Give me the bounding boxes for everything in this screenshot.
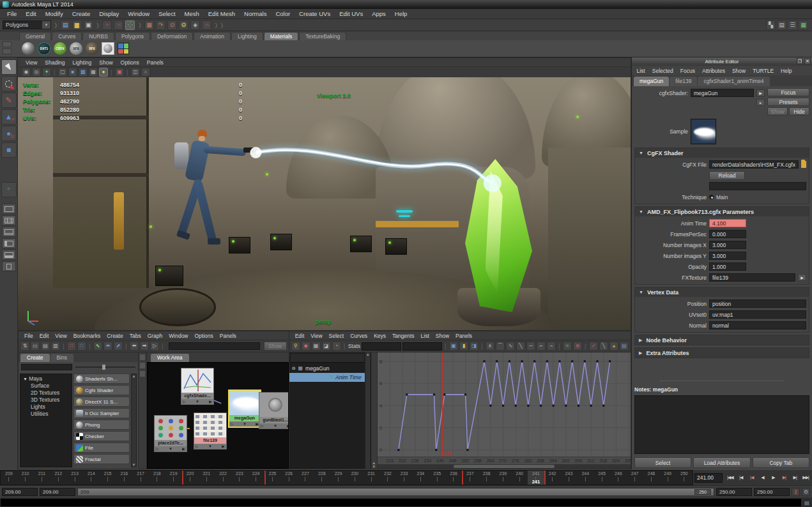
ae-menu-item[interactable]: Show <box>728 68 749 74</box>
lights-bulb-icon[interactable]: ● <box>99 68 108 77</box>
shelf-tab[interactable]: Deformation <box>151 32 193 40</box>
tree-item-maya[interactable]: ▼ Maya <box>23 375 72 382</box>
shelf-tab[interactable]: Curves <box>52 32 82 40</box>
shelf-tab[interactable]: Polygons <box>115 32 150 40</box>
snap-point-icon[interactable]: ⊙ <box>167 20 177 30</box>
lattice-deform-icon[interactable]: ▦ <box>312 342 321 351</box>
notes-resize-handle[interactable] <box>660 381 784 384</box>
viewport-menu-item[interactable]: Shading <box>41 59 68 66</box>
outliner-node-row[interactable]: ⊖ ▦ megaGun <box>289 364 371 373</box>
play-forwards-button[interactable]: ▶ <box>769 473 779 483</box>
folder-icon[interactable] <box>801 161 806 168</box>
select-object-icon[interactable]: ⁙ <box>114 20 123 30</box>
hypershade-tab[interactable]: Create <box>20 354 50 362</box>
stats-value-field[interactable] <box>402 342 442 351</box>
menu-item[interactable]: Edit <box>21 10 40 17</box>
menu-item[interactable]: Select <box>154 10 180 17</box>
graph-editor-menu-item[interactable]: Tangents <box>389 333 418 339</box>
hypershade-menu-item[interactable]: Graph <box>144 333 166 339</box>
script-editor-icon[interactable]: ▤ <box>802 498 812 507</box>
timeline-frame[interactable]: 228 <box>314 471 330 485</box>
new-scene-icon[interactable]: ▤ <box>61 20 70 30</box>
vertex-data-header[interactable]: ▼ Vertex Data <box>635 287 809 297</box>
viewport-menu-item[interactable]: View <box>22 59 41 66</box>
playback-end-field[interactable]: 250.00 <box>716 488 752 496</box>
graph-editor-menu-item[interactable]: Panels <box>452 333 475 339</box>
step-forward-key-button[interactable]: ▶| <box>779 473 789 483</box>
viewport-menu-item[interactable]: Options <box>117 59 143 66</box>
timeline-frame[interactable]: 235 <box>429 471 445 485</box>
tree-item-3d-textures[interactable]: 3D Textures <box>23 397 72 404</box>
center-view-icon[interactable]: ▮ <box>459 342 468 351</box>
graph-search-field[interactable] <box>291 354 364 363</box>
menu-item[interactable]: Edit Mesh <box>204 10 240 17</box>
lasso-tool-button[interactable]: ◣ <box>1 76 17 91</box>
shelf-tab[interactable]: General <box>19 32 51 40</box>
spline-tangent-icon[interactable]: ⌒ <box>496 342 505 351</box>
graph-editor-menu-item[interactable]: Show <box>433 333 452 339</box>
inout-connections-icon[interactable]: ⬌ <box>103 342 112 351</box>
graph-editor-menu-item[interactable]: Keys <box>371 333 389 339</box>
timeline-frame[interactable]: 236 <box>445 471 462 485</box>
menu-item[interactable]: Apps <box>367 10 390 17</box>
stacked-layout-icon[interactable]: ▥ <box>51 342 60 351</box>
presets-button[interactable]: Presets <box>767 98 809 106</box>
hypershade-menu-item[interactable]: Panels <box>217 333 240 339</box>
graph-editor-menu-item[interactable]: List <box>418 333 433 339</box>
menu-item[interactable]: Normals <box>240 10 271 17</box>
animation-preferences-icon[interactable]: ⚙ <box>802 488 810 496</box>
move-tool-button[interactable]: ▲↗ <box>1 109 17 125</box>
wireframe-cube-icon[interactable]: ▢ <box>58 68 67 77</box>
ae-menu-item[interactable]: Selected <box>648 68 677 74</box>
viewport-menu-item[interactable]: Panels <box>143 59 167 66</box>
move-nearest-key-icon[interactable]: ⚲ <box>291 342 300 351</box>
current-time-field[interactable]: 241.00 <box>694 473 723 483</box>
auto-keyframe-icon[interactable]: ⚷ <box>792 488 800 496</box>
grid-green-icon[interactable]: ▦ <box>799 20 808 30</box>
load-attributes-button[interactable]: Load Attributes <box>693 457 750 468</box>
shelf-tab[interactable]: NURBS <box>82 32 114 40</box>
select-hierarchy-icon[interactable]: ⁘ <box>102 20 112 30</box>
extra-attributes-header[interactable]: ▶ Extra Attributes <box>635 348 809 358</box>
shelf-tab[interactable]: Materials <box>264 32 298 40</box>
tree-item-lights[interactable]: Lights <box>23 404 72 411</box>
timeline-frame[interactable]: 224 <box>248 471 264 485</box>
select-tool-button[interactable] <box>1 59 17 75</box>
timeline-frame[interactable]: 212 <box>50 471 66 485</box>
node-place2dtexture[interactable]: place2dTe... ▷▼▶ <box>154 415 187 452</box>
shelf-tab[interactable]: Lighting <box>231 32 263 40</box>
select-button[interactable]: Select <box>634 457 691 468</box>
shelf-tab[interactable]: TextureBaking <box>299 32 346 40</box>
hypershade-menu-item[interactable]: Bookmarks <box>70 333 104 339</box>
auto-tangent-icon[interactable]: ∧ <box>486 342 494 351</box>
timeline-ticks[interactable]: 2092102112122132142152162172182192202212… <box>0 470 693 485</box>
timeline-frame[interactable]: 239 <box>494 471 511 485</box>
hypershade-menu-item[interactable]: Tabs <box>126 333 144 339</box>
last-tool-button[interactable]: ⁘ <box>1 182 17 197</box>
tree-item-2d-textures[interactable]: 2D Textures <box>23 390 72 397</box>
hypershade-tab[interactable]: Bins <box>50 354 74 362</box>
color-set-icon[interactable] <box>118 43 129 54</box>
hide-button[interactable]: Hide <box>789 107 809 116</box>
menu-item[interactable]: Display <box>95 10 123 17</box>
snap-projected-center-icon[interactable]: ❂ <box>179 20 188 30</box>
layout-two-pane-button[interactable] <box>2 227 16 237</box>
timeline-frame[interactable]: 241241 <box>528 471 544 485</box>
step-back-frame-button[interactable]: |◀ <box>736 473 746 483</box>
timeline-frame[interactable]: 246 <box>610 471 627 485</box>
node-behavior-header[interactable]: ▶ Node Behavior <box>635 335 809 345</box>
number-images-x-field[interactable]: 3.000 <box>709 241 746 249</box>
ae-menu-item[interactable]: List <box>633 68 648 74</box>
timeline-frame[interactable]: 226 <box>280 471 297 485</box>
film-gate-icon[interactable]: ▦ <box>89 68 98 77</box>
reload-button[interactable]: Reload <box>709 171 745 180</box>
frame-all-icon[interactable]: ▣ <box>449 342 458 351</box>
channel-bars-icon[interactable]: ☰ <box>788 20 797 30</box>
timeline-frame[interactable]: 237 <box>462 471 479 485</box>
shaderfx-icon[interactable]: SFX <box>70 42 82 55</box>
timeline-frame[interactable]: 238 <box>479 471 495 485</box>
swatch-size-slider[interactable] <box>75 367 135 368</box>
notes-textarea[interactable] <box>634 395 809 454</box>
timeline-frame[interactable]: 244 <box>577 471 594 485</box>
output-connections-icon[interactable]: ⬈ <box>114 342 123 351</box>
